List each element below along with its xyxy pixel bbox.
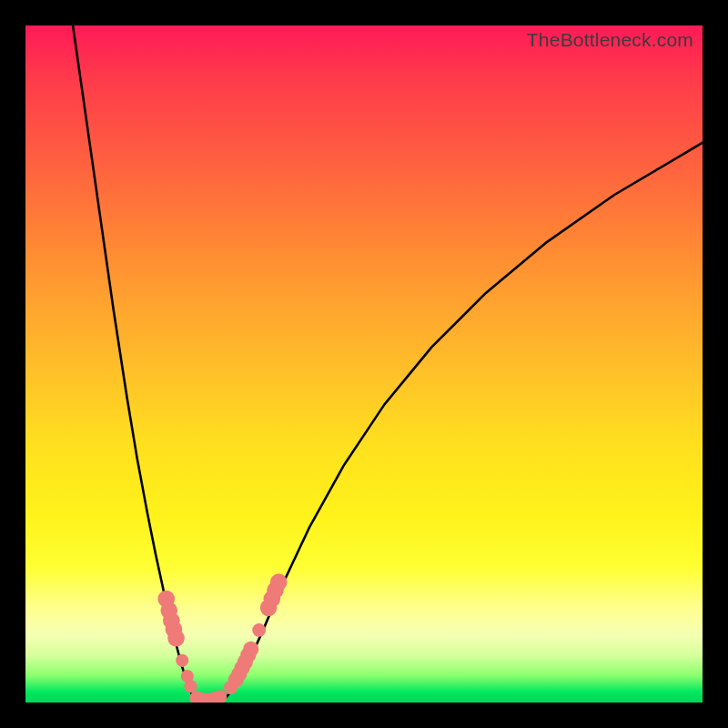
plot-area: TheBottleneck.com	[25, 25, 703, 703]
curve-layer	[25, 25, 703, 703]
watermark-text: TheBottleneck.com	[527, 29, 693, 51]
data-marker	[184, 680, 197, 693]
data-marker	[243, 642, 258, 657]
data-marker	[252, 623, 266, 637]
data-marker	[176, 654, 188, 667]
data-marker	[167, 630, 185, 647]
chart-frame: TheBottleneck.com	[0, 0, 728, 728]
data-marker	[270, 573, 288, 591]
